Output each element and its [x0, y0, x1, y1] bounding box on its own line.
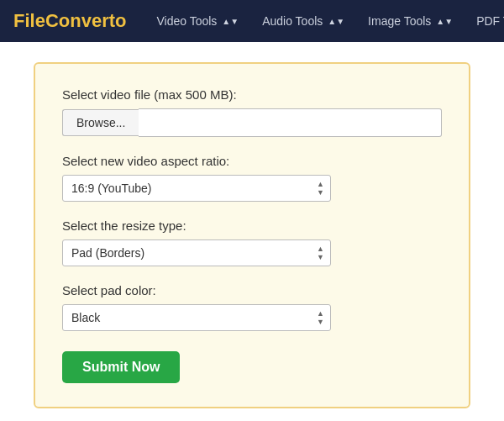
brand-logo[interactable]: FileConverto — [13, 10, 126, 32]
nav-label-pdf-tools: PDF Tools — [476, 14, 504, 28]
form-card: Select video file (max 500 MB): Browse..… — [34, 62, 470, 408]
resize-type-label: Select the resize type: — [62, 218, 442, 233]
chevron-down-icon: ▲▼ — [436, 17, 453, 26]
nav-label-video-tools: Video Tools — [156, 14, 217, 28]
file-input-row: Browse... — [62, 108, 442, 137]
resize-type-select[interactable]: Pad (Borders) Crop Stretch — [62, 239, 331, 266]
resize-type-select-wrapper: Pad (Borders) Crop Stretch ▲ ▼ — [62, 239, 331, 266]
aspect-ratio-label: Select new video aspect ratio: — [62, 154, 442, 168]
file-label: Select video file (max 500 MB): — [62, 87, 442, 102]
aspect-ratio-select-wrapper: 16:9 (YouTube) 4:3 1:1 9:16 21:9 ▲ ▼ — [62, 175, 331, 202]
pad-color-select[interactable]: Black White Blue Red Green — [62, 304, 331, 331]
file-group: Select video file (max 500 MB): Browse..… — [62, 87, 442, 137]
nav-item-image-tools[interactable]: Image Tools ▲▼ — [358, 8, 463, 34]
file-name-display — [139, 108, 442, 137]
resize-type-group: Select the resize type: Pad (Borders) Cr… — [62, 218, 442, 266]
navbar: FileConverto Video Tools ▲▼ Audio Tools … — [0, 0, 504, 42]
aspect-ratio-select[interactable]: 16:9 (YouTube) 4:3 1:1 9:16 21:9 — [62, 175, 331, 202]
pad-color-label: Select pad color: — [62, 283, 442, 297]
pad-color-select-wrapper: Black White Blue Red Green ▲ ▼ — [62, 304, 331, 331]
browse-button[interactable]: Browse... — [62, 109, 139, 136]
nav-item-pdf-tools[interactable]: PDF Tools ▲▼ — [466, 8, 504, 34]
nav-label-audio-tools: Audio Tools — [262, 14, 323, 28]
brand-text-main: FileConvert — [13, 10, 115, 31]
nav-item-video-tools[interactable]: Video Tools ▲▼ — [146, 8, 249, 34]
nav-menu: Video Tools ▲▼ Audio Tools ▲▼ Image Tool… — [146, 8, 504, 34]
brand-text-accent: o — [115, 10, 126, 31]
chevron-down-icon: ▲▼ — [328, 17, 344, 26]
chevron-down-icon: ▲▼ — [222, 17, 239, 26]
submit-button[interactable]: Submit Now — [62, 351, 180, 383]
aspect-ratio-group: Select new video aspect ratio: 16:9 (You… — [62, 154, 442, 202]
main-content: Select video file (max 500 MB): Browse..… — [0, 42, 504, 421]
nav-item-audio-tools[interactable]: Audio Tools ▲▼ — [252, 8, 354, 34]
nav-label-image-tools: Image Tools — [368, 14, 431, 28]
pad-color-group: Select pad color: Black White Blue Red G… — [62, 283, 442, 331]
